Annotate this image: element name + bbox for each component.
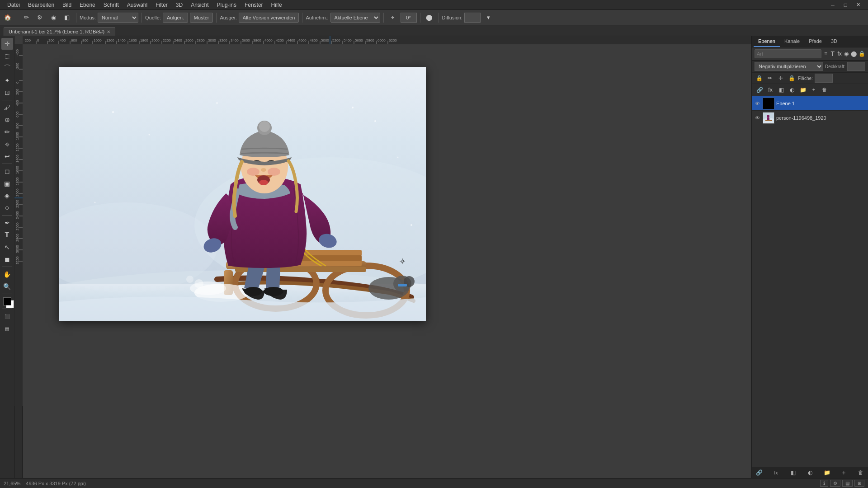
angle-input[interactable] <box>401 13 417 23</box>
screen-mode-button[interactable]: ▤ <box>1 323 13 334</box>
eraser-tool[interactable]: ◻ <box>1 165 13 177</box>
ausger-label: Ausger. <box>220 15 236 20</box>
rectangular-marquee-tool[interactable]: ⬚ <box>1 50 13 62</box>
footer-fx-button[interactable]: fx <box>772 469 781 477</box>
layers-search-input[interactable] <box>755 49 821 58</box>
lasso-tool[interactable]: ⌒ <box>1 62 13 74</box>
tab-3d[interactable]: 3D <box>826 36 842 47</box>
layer-item-ebene1[interactable]: 👁 Ebene 1 <box>752 96 868 111</box>
modus-dropdown[interactable]: Normal <box>98 13 138 23</box>
quick-mask-button[interactable]: ⬛ <box>1 310 13 322</box>
menu-auswahl[interactable]: Auswahl <box>123 1 151 9</box>
document-tab[interactable]: Unbenannt-1 bei 21,7% (Ebene 1, RGB/8#) … <box>4 27 115 36</box>
footer-new-layer-button[interactable]: + <box>840 469 849 477</box>
lock-position-button[interactable]: ✛ <box>776 74 785 83</box>
healing-brush-tool[interactable]: ⊕ <box>1 114 13 126</box>
dodge-tool[interactable]: ○ <box>1 202 13 214</box>
layer-filter-smart[interactable]: 🔒 <box>859 49 865 58</box>
status-settings-button[interactable]: ⚙ <box>830 480 840 487</box>
add-mask-button[interactable]: ◧ <box>776 85 786 94</box>
lock-image-button[interactable]: ✏ <box>765 74 774 83</box>
blur-tool[interactable]: ◈ <box>1 190 13 202</box>
magic-wand-tool[interactable]: ✦ <box>1 75 13 86</box>
flaeche-input[interactable]: 100% <box>815 74 833 83</box>
left-toolbar: ✛ ⬚ ⌒ ✦ ⊡ 🖋 ⊕ ✏ ⎆ ↩ ◻ ▣ ◈ ○ ✒ T ↖ ◼ ✋ 🔍 … <box>0 36 14 478</box>
layer-filter-toggle[interactable]: T <box>830 49 835 58</box>
deckkraft-input[interactable]: 100% <box>847 62 865 71</box>
tab-close-button[interactable]: ✕ <box>107 29 110 34</box>
menu-hilfe[interactable]: Hilfe <box>268 1 286 9</box>
brush-tool[interactable]: ✏ <box>1 126 13 138</box>
home-button[interactable]: 🏠 <box>2 12 14 23</box>
tab-kanaele[interactable]: Kanäle <box>780 36 804 47</box>
foreground-color[interactable] <box>3 297 11 305</box>
layer-item-photo[interactable]: 👁 person-1196498_1920 <box>752 111 868 125</box>
footer-adj-button[interactable]: ◐ <box>806 469 815 477</box>
menu-fenster[interactable]: Fenster <box>241 1 267 9</box>
diffusion-input[interactable]: 8 <box>464 13 481 23</box>
color-boxes[interactable] <box>1 296 13 307</box>
lock-all-button[interactable]: 🔒 <box>787 74 796 83</box>
layer-kind-filter-button[interactable]: ≡ <box>823 49 828 58</box>
tab-pfade[interactable]: Pfade <box>804 36 826 47</box>
menu-ebene[interactable]: Ebene <box>76 1 99 9</box>
status-layout-button[interactable]: ⊞ <box>854 480 864 487</box>
menu-schrift[interactable]: Schrift <box>100 1 123 9</box>
add-fx-button[interactable]: fx <box>765 85 775 94</box>
add-group-button[interactable]: 📁 <box>798 85 808 94</box>
diffusion-arrow[interactable]: ▾ <box>482 12 494 23</box>
pen-tool[interactable]: ✒ <box>1 217 13 229</box>
footer-delete-button[interactable]: 🗑 <box>856 469 865 477</box>
layer-filter-fx[interactable]: fx <box>837 49 842 58</box>
brush-preset-button[interactable]: ◉ <box>47 12 59 23</box>
maximize-button[interactable]: □ <box>839 0 852 10</box>
aufnehm-dropdown[interactable]: Aktuelle Ebene <box>330 13 380 23</box>
blend-mode-dropdown[interactable]: Negativ multiplizieren <box>755 62 823 71</box>
status-info-button[interactable]: ℹ <box>820 480 828 487</box>
delete-layer-button[interactable]: 🗑 <box>820 85 830 94</box>
footer-group-button[interactable]: 📁 <box>822 469 831 477</box>
add-adjustment-button[interactable]: ◐ <box>787 85 797 94</box>
menu-filter[interactable]: Filter <box>152 1 171 9</box>
menu-plugins[interactable]: Plug-ins <box>213 1 240 9</box>
add-layer-button[interactable]: + <box>809 85 819 94</box>
path-selection-tool[interactable]: ↖ <box>1 241 13 253</box>
menu-bild[interactable]: Bild <box>59 1 75 9</box>
alte-version-button[interactable]: Alte Version verwenden <box>239 13 299 23</box>
move-tool[interactable]: ✛ <box>1 38 13 50</box>
tab-ebenen[interactable]: Ebenen <box>754 36 780 47</box>
type-tool[interactable]: T <box>1 229 13 241</box>
eyedropper-tool[interactable]: 🖋 <box>1 102 13 113</box>
layer-eye-ebene1[interactable]: 👁 <box>754 100 761 107</box>
menu-ansicht[interactable]: Ansicht <box>187 1 212 9</box>
close-button[interactable]: ✕ <box>852 0 864 10</box>
history-brush-tool[interactable]: ↩ <box>1 150 13 162</box>
crop-tool[interactable]: ⊡ <box>1 87 13 99</box>
gradient-tool[interactable]: ▣ <box>1 178 13 189</box>
lock-transparent-button[interactable]: 🔒 <box>755 74 764 83</box>
clone-stamp-tool[interactable]: ⎆ <box>1 138 13 150</box>
canvas-scroll[interactable] <box>23 44 751 478</box>
hand-tool[interactable]: ✋ <box>1 268 13 280</box>
layer-eye-photo[interactable]: 👁 <box>754 114 761 122</box>
menu-datei[interactable]: Datei <box>4 1 24 9</box>
brush-icon-button[interactable]: ✏ <box>20 12 32 23</box>
muster-button[interactable]: Muster <box>190 13 213 23</box>
layer-filter-attr[interactable]: ⬤ <box>851 49 857 58</box>
aufgen-button[interactable]: Aufgen. <box>163 13 188 23</box>
shape-tool[interactable]: ◼ <box>1 253 13 265</box>
link-layers-button[interactable]: 🔗 <box>755 85 764 94</box>
footer-mask-button[interactable]: ◧ <box>788 469 797 477</box>
layer-mask-button[interactable]: ◧ <box>61 12 73 23</box>
footer-link-button[interactable]: 🔗 <box>755 469 764 477</box>
pressure-button[interactable]: ⬤ <box>424 12 435 23</box>
status-panel-button[interactable]: ▤ <box>842 480 853 487</box>
angle-button[interactable]: ⌖ <box>387 12 399 23</box>
menu-bearbeiten[interactable]: Bearbeiten <box>24 1 58 9</box>
tool-options-button[interactable]: ⚙ <box>34 12 46 23</box>
menu-3d[interactable]: 3D <box>172 1 186 9</box>
svg-text:1600: 1600 <box>15 166 19 174</box>
minimize-button[interactable]: ─ <box>826 0 839 10</box>
zoom-tool[interactable]: 🔍 <box>1 281 13 292</box>
layer-filter-mode[interactable]: ◉ <box>844 49 849 58</box>
